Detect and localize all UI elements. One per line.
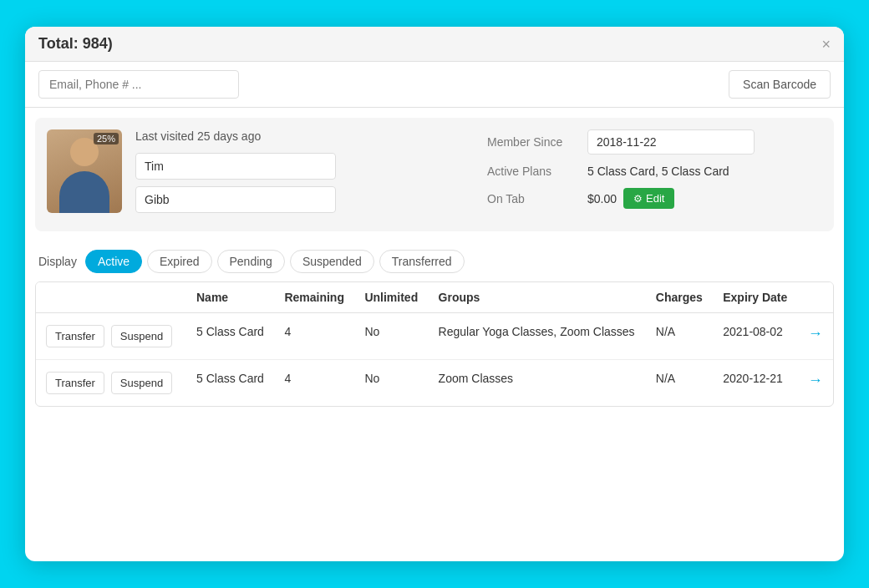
last-visited: Last visited 25 days ago bbox=[135, 129, 470, 143]
edit-button[interactable]: Edit bbox=[623, 188, 674, 209]
row1-expiry: 2021-08-02 bbox=[713, 313, 798, 360]
display-tabs-row: Display Active Expired Pending Suspended… bbox=[25, 241, 844, 281]
plans-table-container: Name Remaining Unlimited Groups Charges … bbox=[35, 281, 834, 407]
avatar-wrapper: 25% bbox=[47, 129, 122, 213]
col-arrow bbox=[798, 282, 833, 313]
transfer-button-2[interactable]: Transfer bbox=[46, 372, 104, 394]
row1-arrow-button[interactable]: → bbox=[808, 325, 823, 342]
modal-header: Total: 984) × bbox=[25, 27, 844, 62]
row1-remaining: 4 bbox=[274, 313, 354, 360]
search-bar: Scan Barcode bbox=[25, 62, 844, 108]
table-header-row: Name Remaining Unlimited Groups Charges … bbox=[36, 282, 833, 313]
col-charges: Charges bbox=[646, 282, 713, 313]
close-button[interactable]: × bbox=[821, 37, 831, 52]
avatar-percentage: 25% bbox=[94, 133, 119, 144]
col-name: Name bbox=[186, 282, 274, 313]
table-row: Transfer Suspend 5 Class Card 4 No Zoom … bbox=[36, 360, 833, 407]
row2-name: 5 Class Card bbox=[186, 360, 274, 407]
row1-groups: Regular Yoga Classes, Zoom Classes bbox=[429, 313, 646, 360]
row2-remaining: 4 bbox=[274, 360, 354, 407]
col-actions bbox=[36, 282, 186, 313]
row2-actions: Transfer Suspend bbox=[36, 360, 186, 407]
member-info-section: 25% Last visited 25 days ago Member Sinc… bbox=[35, 118, 834, 231]
member-since-label: Member Since bbox=[487, 135, 587, 149]
row2-unlimited: No bbox=[354, 360, 428, 407]
active-plans-row: Active Plans 5 Class Card, 5 Class Card bbox=[487, 165, 822, 178]
main-modal: Total: 984) × Scan Barcode 25% Last visi… bbox=[25, 27, 844, 561]
col-remaining: Remaining bbox=[274, 282, 354, 313]
row1-name: 5 Class Card bbox=[186, 313, 274, 360]
modal-title: Total: 984) bbox=[38, 35, 113, 53]
on-tab-label: On Tab bbox=[487, 192, 587, 205]
suspend-button-1[interactable]: Suspend bbox=[111, 325, 172, 347]
row2-expiry: 2020-12-21 bbox=[713, 360, 798, 407]
tab-active[interactable]: Active bbox=[85, 250, 142, 273]
transfer-button-1[interactable]: Transfer bbox=[46, 325, 104, 347]
first-name-input[interactable] bbox=[135, 153, 336, 180]
member-details: Last visited 25 days ago Member Since 20… bbox=[135, 129, 822, 220]
member-since-value: 2018-11-22 bbox=[587, 129, 755, 155]
plans-table: Name Remaining Unlimited Groups Charges … bbox=[36, 282, 833, 406]
table-row: Transfer Suspend 5 Class Card 4 No Regul… bbox=[36, 313, 833, 360]
on-tab-value: $0.00 bbox=[587, 192, 617, 205]
gear-icon bbox=[633, 192, 643, 205]
active-plans-label: Active Plans bbox=[487, 165, 587, 178]
tab-transferred[interactable]: Transferred bbox=[379, 250, 465, 273]
row2-arrow-cell: → bbox=[798, 360, 833, 407]
member-since-row: Member Since 2018-11-22 bbox=[487, 129, 822, 155]
active-plans-value: 5 Class Card, 5 Class Card bbox=[587, 165, 729, 178]
search-input[interactable] bbox=[38, 70, 239, 99]
member-right-column: Member Since 2018-11-22 Active Plans 5 C… bbox=[487, 129, 822, 220]
last-name-input[interactable] bbox=[135, 186, 336, 213]
row1-unlimited: No bbox=[354, 313, 428, 360]
edit-label: Edit bbox=[646, 192, 664, 205]
col-groups: Groups bbox=[429, 282, 646, 313]
row1-actions: Transfer Suspend bbox=[36, 313, 186, 360]
col-expiry: Expiry Date bbox=[713, 282, 798, 313]
row1-charges: N/A bbox=[646, 313, 713, 360]
row2-groups: Zoom Classes bbox=[429, 360, 646, 407]
member-left-column: Last visited 25 days ago bbox=[135, 129, 470, 220]
on-tab-value-group: $0.00 Edit bbox=[587, 188, 674, 209]
suspend-button-2[interactable]: Suspend bbox=[111, 372, 172, 394]
on-tab-row: On Tab $0.00 Edit bbox=[487, 188, 822, 209]
tab-expired[interactable]: Expired bbox=[147, 250, 211, 273]
tab-suspended[interactable]: Suspended bbox=[290, 250, 374, 273]
row2-charges: N/A bbox=[646, 360, 713, 407]
plans-table-wrapper: Name Remaining Unlimited Groups Charges … bbox=[25, 281, 844, 420]
display-label: Display bbox=[38, 255, 77, 268]
row1-arrow-cell: → bbox=[798, 313, 833, 360]
tab-pending[interactable]: Pending bbox=[217, 250, 285, 273]
scan-barcode-button[interactable]: Scan Barcode bbox=[729, 70, 831, 99]
row2-arrow-button[interactable]: → bbox=[808, 372, 823, 389]
col-unlimited: Unlimited bbox=[354, 282, 428, 313]
